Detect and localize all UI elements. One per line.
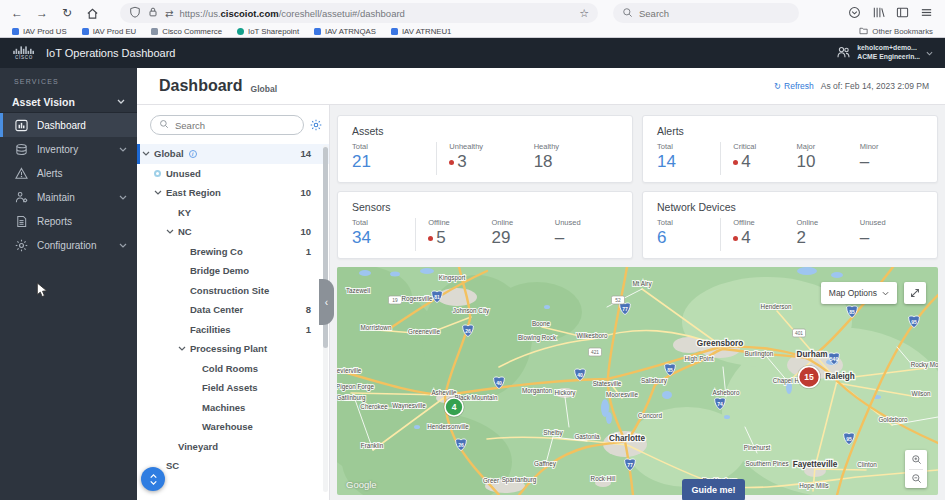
chevron-down-icon	[178, 346, 190, 351]
map-city-label: Goldsboro	[878, 416, 908, 423]
tree-node-label: Cold Rooms	[202, 363, 258, 374]
card-title: Network Devices	[657, 201, 923, 213]
bookmark-iav-prod-us[interactable]: IAV Prod US	[12, 27, 67, 36]
sidebar-item-inventory[interactable]: Inventory	[0, 137, 137, 161]
map-city-label: Rock Hill	[591, 475, 616, 482]
tree-node-ky[interactable]: KY	[137, 203, 329, 223]
map-cluster-4[interactable]: 4	[444, 397, 465, 418]
map-city-label: Greensboro	[697, 339, 743, 348]
map-city-label: Southern Pines	[745, 460, 788, 467]
collapse-panel-handle[interactable]: ‹	[319, 279, 334, 325]
map-city-label: Asheboro	[713, 389, 740, 396]
tree-node-data-center[interactable]: Data Center8	[137, 300, 329, 320]
tree-search-input[interactable]	[175, 120, 285, 131]
browser-actions	[848, 6, 937, 21]
bookmark-cisco-commerce[interactable]: Cisco Commerce	[151, 27, 222, 36]
bookmark-star-icon[interactable]: ☆	[579, 7, 589, 20]
card-title: Alerts	[657, 125, 923, 137]
map-city-label: Cherokee	[360, 403, 388, 410]
sidebar-toggle-icon[interactable]	[896, 6, 909, 21]
metric-unused: Unused–	[555, 218, 618, 248]
tree-node-processing-plant[interactable]: Processing Plant	[137, 339, 329, 359]
bookmark-iot-sharepoint[interactable]: IoT Sharepoint	[237, 27, 299, 36]
map-city-label: Burlington	[745, 350, 774, 358]
bookmark-favicon	[82, 28, 89, 35]
map-city-label: Greer	[483, 477, 499, 484]
expand-collapse-all-button[interactable]	[141, 467, 165, 491]
tree-node-machines[interactable]: Machines	[137, 398, 329, 418]
browser-search[interactable]	[613, 3, 799, 23]
account-menu[interactable]: keholcom+demo... ACME Engineerin...	[836, 44, 933, 62]
shield-number: 95	[846, 436, 852, 442]
metric-value: 18	[534, 153, 618, 172]
sidebar-item-maintain[interactable]: Maintain	[0, 185, 137, 209]
map-city-label: Kingsport	[439, 274, 466, 282]
service-selector[interactable]: Asset Vision	[0, 91, 137, 113]
metric-label: Major	[797, 142, 860, 151]
sidebar-item-alerts[interactable]: Alerts	[0, 161, 137, 185]
metric-minor: Minor–	[860, 142, 923, 172]
cisco-logo: cisco	[12, 46, 36, 60]
route-shield-421: 421	[589, 348, 602, 356]
tree-node-warehouse[interactable]: Warehouse	[137, 417, 329, 437]
home-icon[interactable]	[83, 5, 101, 21]
tree-node-east-region[interactable]: East Region10	[137, 183, 329, 203]
shield-number: 401	[795, 331, 803, 336]
map-city-label: Hendersonville	[427, 423, 469, 430]
tree-node-global[interactable]: Globali14	[137, 144, 329, 164]
bookmark-iav-atrneu1[interactable]: IAV ATRNEU1	[391, 27, 452, 36]
browser-search-input[interactable]	[639, 8, 759, 19]
map-cluster-15[interactable]: 15	[797, 365, 821, 389]
metric-value: 10	[797, 153, 860, 172]
tree-node-brewing-co[interactable]: Brewing Co1	[137, 242, 329, 262]
sidebar-item-dashboard[interactable]: Dashboard	[0, 113, 137, 137]
other-bookmarks[interactable]: Other Bookmarks	[859, 26, 933, 37]
tree-node-facilities[interactable]: Facilities1	[137, 320, 329, 340]
zoom-in-button[interactable]	[911, 451, 922, 469]
permissions-icon[interactable]: ⇄	[165, 8, 173, 19]
inventory-icon	[14, 142, 28, 156]
chevron-down-icon	[882, 288, 889, 298]
map-city-label: Henderson	[761, 303, 792, 310]
sidebar-item-reports[interactable]: Reports	[0, 209, 137, 233]
sidebar-item-label: Inventory	[37, 144, 78, 155]
map-city-label: Boone	[532, 320, 551, 327]
tree-search[interactable]	[150, 115, 304, 135]
tree-node-unused[interactable]: Unused	[137, 164, 329, 184]
metric-value: –	[860, 229, 923, 248]
shield-icon[interactable]	[129, 6, 141, 20]
library-icon[interactable]	[872, 6, 885, 21]
forward-icon[interactable]: →	[33, 5, 51, 21]
metric-total: Total6	[657, 218, 720, 248]
bookmark-label: IoT Sharepoint	[248, 27, 299, 36]
url-text[interactable]: https://us.ciscoiot.com/coreshell/assetu…	[179, 8, 573, 19]
url-bar[interactable]: ⇄ https://us.ciscoiot.com/coreshell/asse…	[120, 3, 598, 23]
tree-node-vineyard[interactable]: Vineyard	[137, 437, 329, 457]
alerts-icon	[14, 166, 28, 180]
bookmark-iav-atrnqas[interactable]: IAV ATRNQAS	[314, 27, 376, 36]
tree-node-field-assets[interactable]: Field Assets	[137, 378, 329, 398]
pocket-icon[interactable]	[848, 6, 861, 21]
info-icon[interactable]: i	[189, 150, 197, 158]
tree-node-construction-site[interactable]: Construction Site	[137, 281, 329, 301]
summary-card-network-devices: Network DevicesTotal6Offline4Online2Unus…	[642, 191, 938, 259]
zoom-out-button[interactable]	[911, 470, 922, 488]
map-city-label: Blowing Rock	[518, 334, 557, 342]
refresh-button[interactable]: ↻Refresh	[774, 81, 814, 91]
gear-icon[interactable]	[310, 119, 322, 131]
tree-node-bridge-demo[interactable]: Bridge Demo	[137, 261, 329, 281]
tree-node-sc[interactable]: SC	[137, 456, 329, 476]
map-options-button[interactable]: Map Options	[821, 282, 897, 304]
guide-me-button[interactable]: Guide me!	[682, 479, 745, 500]
metric-offline: Offline5	[428, 218, 491, 248]
tree-node-nc[interactable]: NC10	[137, 222, 329, 242]
bookmark-iav-prod-eu[interactable]: IAV Prod EU	[82, 27, 137, 36]
back-icon[interactable]: ←	[8, 5, 26, 21]
tree-node-cold-rooms[interactable]: Cold Rooms	[137, 359, 329, 379]
sidebar-item-configuration[interactable]: Configuration	[0, 233, 137, 257]
metric-value: 4	[733, 153, 796, 172]
map-fullscreen-button[interactable]	[904, 282, 926, 304]
lock-icon[interactable]	[147, 6, 159, 20]
reload-icon[interactable]: ↻	[58, 5, 76, 21]
menu-icon[interactable]	[920, 6, 933, 21]
